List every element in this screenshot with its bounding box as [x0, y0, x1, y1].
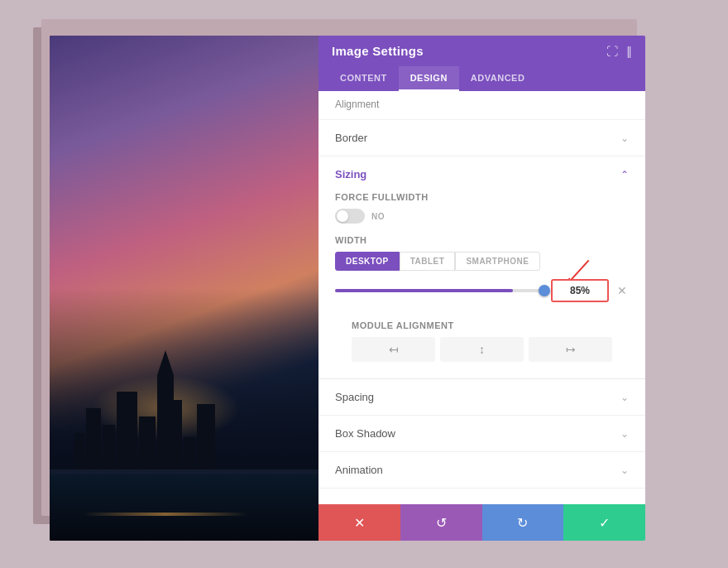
- spacing-label: Spacing: [335, 391, 374, 403]
- alignment-row: ↤ ↕ ↦: [352, 337, 612, 362]
- width-label: Width: [335, 235, 629, 245]
- box-shadow-section-row[interactable]: Box Shadow ⌄: [318, 416, 645, 452]
- building: [86, 408, 101, 474]
- device-tab-desktop[interactable]: DESKTOP: [335, 252, 400, 271]
- tab-advanced[interactable]: Advanced: [459, 66, 537, 91]
- tower: [157, 375, 174, 474]
- water-reflection: [50, 474, 318, 541]
- align-center-icon: ↕: [479, 343, 485, 356]
- animation-section-row[interactable]: Animation ⌄: [318, 452, 645, 489]
- building: [139, 416, 156, 474]
- fullscreen-icon[interactable]: ⛶: [606, 45, 618, 58]
- toggle-row: NO: [335, 209, 629, 224]
- border-section-row[interactable]: Border ⌄: [318, 120, 645, 156]
- module-alignment-section: Module Alignment ↤ ↕ ↦: [335, 314, 629, 365]
- module-alignment-label: Module Alignment: [352, 320, 612, 330]
- width-slider-track[interactable]: [335, 289, 544, 292]
- border-label: Border: [335, 132, 367, 144]
- animation-chevron-icon: ⌄: [620, 465, 629, 476]
- align-center-button[interactable]: ↕: [440, 337, 524, 362]
- main-area: Image Settings ⛶ ‖ Content Design Advanc…: [50, 36, 645, 541]
- building-group: [74, 392, 215, 474]
- box-shadow-chevron-icon: ⌄: [620, 428, 629, 440]
- redo-button[interactable]: ↻: [482, 504, 564, 541]
- photo-section: [50, 36, 318, 541]
- building: [74, 433, 84, 474]
- sizing-content: Force Fullwidth NO Width: [318, 192, 645, 378]
- alignment-label: Alignment: [335, 99, 379, 110]
- device-tab-tablet[interactable]: TABLET: [400, 252, 456, 271]
- building: [103, 425, 115, 474]
- panel-header-icons: ⛶ ‖: [606, 45, 632, 58]
- tab-content[interactable]: Content: [328, 66, 399, 91]
- panel-header: Image Settings ⛶ ‖: [318, 36, 645, 66]
- water-shimmer: [83, 513, 248, 516]
- sizing-header[interactable]: Sizing ⌃: [318, 156, 645, 192]
- sizing-section: Sizing ⌃ Force Fullwidth NO: [318, 156, 645, 379]
- alignment-section-partial: Alignment: [318, 91, 645, 120]
- clear-value-button[interactable]: ✕: [615, 284, 629, 297]
- panel-tabs: Content Design Advanced: [318, 66, 645, 91]
- panel: Image Settings ⛶ ‖ Content Design Advanc…: [318, 36, 645, 541]
- width-value-input[interactable]: [551, 279, 609, 302]
- panel-title: Image Settings: [332, 44, 424, 58]
- force-fullwidth-field: Force Fullwidth NO: [335, 192, 629, 224]
- page-wrapper: Image Settings ⛶ ‖ Content Design Advanc…: [8, 11, 720, 557]
- align-right-button[interactable]: ↦: [529, 337, 612, 362]
- box-shadow-label: Box Shadow: [335, 427, 395, 440]
- toggle-knob: [337, 210, 348, 222]
- align-left-button[interactable]: ↤: [352, 337, 435, 362]
- tower-peak: [157, 350, 174, 375]
- fullwidth-toggle[interactable]: [335, 209, 365, 224]
- columns-icon[interactable]: ‖: [626, 45, 632, 58]
- spacing-section-row[interactable]: Spacing ⌄: [318, 379, 645, 416]
- save-button[interactable]: ✓: [563, 504, 645, 541]
- animation-label: Animation: [335, 464, 383, 476]
- width-field: Width DESKTOP TABLET SMARTPHONE: [335, 235, 629, 302]
- building: [117, 392, 137, 474]
- width-slider-row: ✕: [335, 279, 629, 302]
- panel-footer: ✕ ↺ ↻ ✓: [318, 504, 645, 541]
- toggle-state-label: NO: [371, 212, 385, 221]
- width-value-wrapper: [551, 279, 609, 302]
- cancel-button[interactable]: ✕: [318, 504, 400, 541]
- undo-button[interactable]: ↺: [400, 504, 482, 541]
- force-fullwidth-label: Force Fullwidth: [335, 192, 629, 202]
- panel-content[interactable]: Alignment Border ⌄ Sizing ⌃: [318, 91, 645, 504]
- tab-design[interactable]: Design: [399, 66, 459, 91]
- width-slider-thumb[interactable]: [539, 285, 550, 296]
- align-right-icon: ↦: [566, 343, 576, 356]
- align-left-icon: ↤: [389, 343, 399, 356]
- device-tab-smartphone[interactable]: SMARTPHONE: [455, 252, 539, 271]
- border-chevron-icon: ⌄: [620, 132, 629, 144]
- width-slider-fill: [335, 289, 513, 292]
- sizing-label: Sizing: [335, 168, 366, 181]
- sizing-chevron-icon: ⌃: [620, 169, 629, 181]
- tower-body: [157, 375, 174, 474]
- building: [197, 404, 215, 474]
- spacing-chevron-icon: ⌄: [620, 392, 629, 403]
